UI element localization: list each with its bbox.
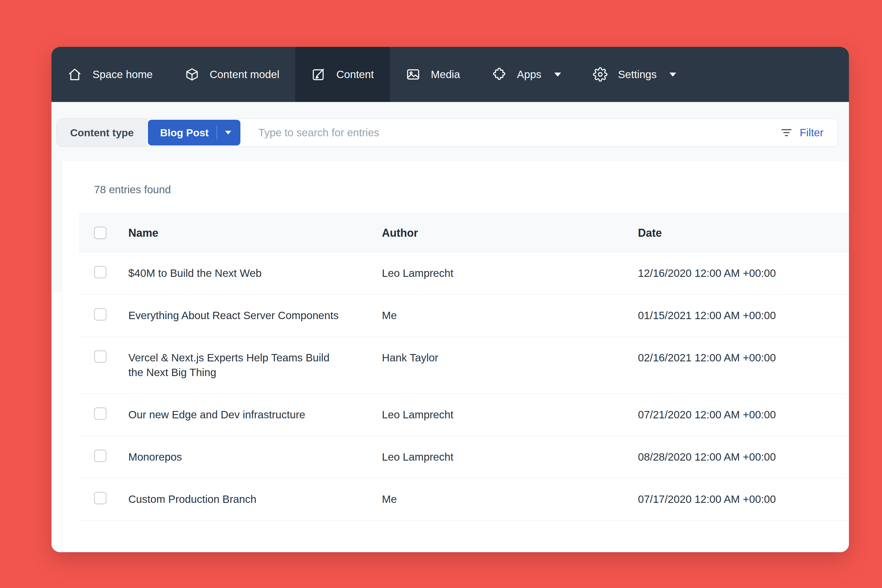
search-box: Content type Blog Post Filter [56, 118, 838, 147]
search-bar-row: Content type Blog Post Filter [51, 102, 849, 161]
content-type-value: Blog Post [160, 127, 209, 139]
content-type-label: Content type [57, 119, 147, 146]
nav-media[interactable]: Media [390, 47, 476, 102]
home-icon [68, 67, 82, 82]
nav-label: Content [336, 68, 374, 81]
chevron-down-icon [225, 131, 231, 135]
filter-label: Filter [800, 126, 824, 139]
table-row[interactable]: Vercel & Next.js Experts Help Teams Buil… [79, 337, 849, 394]
row-checkbox[interactable] [94, 266, 106, 278]
nav-settings[interactable]: Settings [577, 47, 692, 102]
entries-panel: 78 entries found Name Author Date $40M t… [62, 161, 849, 552]
entry-date: 08/28/2020 12:00 AM +00:00 [638, 450, 849, 464]
settings-gear-icon [593, 67, 608, 82]
entry-name: Vercel & Next.js Experts Help Teams Buil… [128, 350, 382, 380]
column-header-author: Author [382, 226, 638, 240]
row-checkbox[interactable] [94, 350, 106, 363]
apps-puzzle-icon [492, 67, 507, 82]
table-row[interactable]: $40M to Build the Next Web Leo Lamprecht… [79, 252, 849, 295]
entry-date: 07/17/2020 12:00 AM +00:00 [638, 492, 849, 507]
table-header-row: Name Author Date [79, 213, 849, 252]
entry-author: Hank Taylor [382, 350, 638, 365]
divider [216, 126, 217, 140]
entry-date: 12/16/2020 12:00 AM +00:00 [638, 266, 849, 280]
entry-date: 01/15/2021 12:00 AM +00:00 [638, 308, 849, 323]
column-header-name: Name [128, 226, 382, 240]
search-input[interactable] [240, 119, 780, 146]
entry-name: Monorepos [128, 450, 382, 464]
app-window: Space home Content model Content Media A… [51, 47, 849, 552]
entry-date: 07/21/2020 12:00 AM +00:00 [638, 407, 849, 422]
nav-content-model[interactable]: Content model [169, 47, 296, 102]
content-compose-icon [311, 67, 326, 82]
column-header-date: Date [638, 226, 849, 240]
entry-author: Leo Lamprecht [382, 407, 638, 422]
entry-author: Me [382, 492, 638, 507]
row-checkbox[interactable] [94, 407, 106, 420]
table-row[interactable]: Custom Production Branch Me 07/17/2020 1… [79, 478, 849, 520]
nav-label: Apps [517, 68, 542, 81]
nav-content[interactable]: Content [295, 47, 390, 102]
entry-name: Our new Edge and Dev infrastructure [128, 407, 382, 422]
top-navigation: Space home Content model Content Media A… [51, 47, 849, 102]
nav-apps[interactable]: Apps [476, 47, 577, 102]
row-checkbox[interactable] [94, 492, 106, 504]
content-model-icon [184, 67, 200, 82]
media-image-icon [406, 67, 420, 82]
row-checkbox[interactable] [94, 450, 106, 462]
filter-button[interactable]: Filter [780, 126, 824, 139]
entry-name: $40M to Build the Next Web [128, 266, 382, 280]
entry-author: Me [382, 308, 638, 323]
nav-label: Settings [618, 68, 657, 81]
select-all-checkbox[interactable] [94, 226, 106, 239]
chevron-down-icon [669, 73, 676, 76]
row-checkbox[interactable] [94, 308, 106, 321]
entry-name: Custom Production Branch [128, 492, 382, 507]
entry-author: Leo Lamprecht [382, 266, 638, 280]
stacked-panel-edge [51, 291, 62, 552]
table-row[interactable]: Everything About React Server Components… [79, 295, 849, 337]
nav-label: Media [431, 68, 460, 81]
nav-label: Space home [93, 68, 153, 81]
table-row[interactable]: Our new Edge and Dev infrastructure Leo … [79, 394, 849, 436]
entry-date: 02/16/2021 12:00 AM +00:00 [638, 350, 849, 365]
content-type-dropdown[interactable]: Blog Post [148, 120, 241, 146]
table-row[interactable]: Monorepos Leo Lamprecht 08/28/2020 12:00… [79, 436, 849, 478]
content-area: 78 entries found Name Author Date $40M t… [51, 161, 849, 552]
nav-label: Content model [210, 68, 280, 81]
nav-space-home[interactable]: Space home [51, 47, 169, 102]
entries-count: 78 entries found [62, 161, 849, 213]
entries-table: Name Author Date $40M to Build the Next … [79, 213, 849, 520]
chevron-down-icon [554, 73, 561, 76]
entry-name: Everything About React Server Components [128, 308, 382, 323]
filter-icon [780, 126, 793, 139]
entry-author: Leo Lamprecht [382, 450, 638, 464]
